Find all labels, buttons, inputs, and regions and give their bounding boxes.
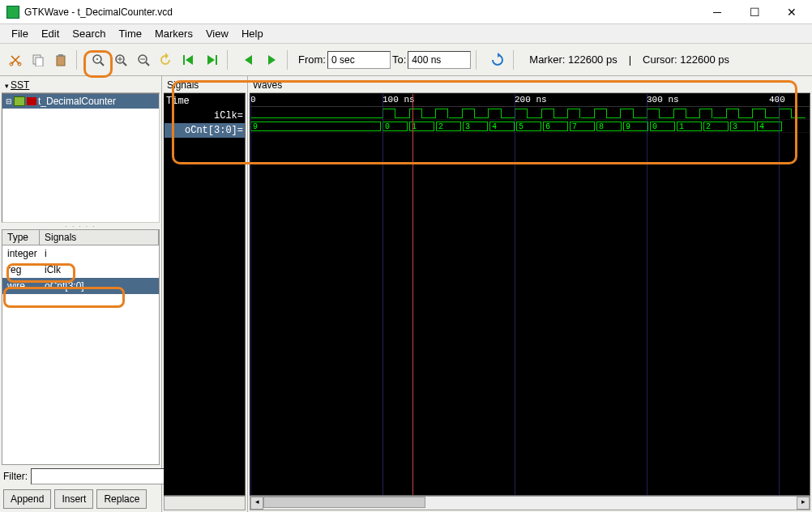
from-input[interactable]: [327, 51, 391, 69]
cursor-status: Cursor: 122600 ps: [638, 53, 734, 66]
ruler-tick: 400: [769, 95, 785, 105]
bus-segment: 9: [623, 122, 648, 131]
bus-segment: 1: [677, 122, 702, 131]
sst-tree[interactable]: ⊟ t_DecimalCounter: [2, 93, 160, 223]
signals-hscroll[interactable]: [164, 496, 246, 510]
gridline: [382, 94, 383, 495]
signal-row[interactable]: wireoCnt[3:0]: [2, 278, 159, 294]
filter-label: Filter:: [3, 471, 28, 482]
toolbar: From: To: Marker: 122600 ps | Cursor: 12…: [0, 44, 812, 76]
svg-rect-5: [58, 54, 63, 57]
signal-list-header: Type Signals: [2, 229, 160, 245]
tree-root-label: t_DecimalCounter: [38, 96, 116, 107]
svg-marker-17: [186, 55, 193, 65]
svg-marker-20: [245, 55, 252, 65]
svg-rect-4: [57, 56, 65, 66]
col-type[interactable]: Type: [2, 230, 40, 245]
bus-segment: 0: [650, 122, 675, 131]
minimize-button[interactable]: ─: [699, 0, 736, 24]
svg-line-7: [100, 62, 104, 66]
svg-point-8: [96, 58, 98, 60]
signal-name-ocnt[interactable]: oCnt[3:0]=: [165, 123, 245, 138]
svg-rect-16: [183, 55, 185, 65]
signal-name-iclk[interactable]: iClk=: [165, 109, 245, 123]
bus-segment: 6: [543, 122, 568, 131]
menu-markers[interactable]: Markers: [148, 25, 199, 42]
maximize-button[interactable]: ☐: [736, 0, 773, 24]
filter-input[interactable]: [31, 468, 169, 484]
sst-title: ▾SST: [2, 78, 160, 93]
marker-line[interactable]: [412, 94, 413, 495]
window-controls: ─ ☐ ✕: [699, 0, 810, 24]
ruler-tick: 100 ns: [382, 95, 415, 105]
ruler-tick: 300 ns: [647, 95, 679, 105]
signals-panel-title: Signals: [164, 78, 246, 93]
bus-segment: 9: [250, 122, 381, 131]
replace-button[interactable]: Replace: [96, 489, 147, 509]
svg-marker-21: [268, 55, 276, 65]
svg-marker-19: [207, 55, 215, 65]
signal-list[interactable]: integeri regiClk wireoCnt[3:0]: [2, 245, 160, 465]
seek-end-icon[interactable]: [201, 49, 222, 70]
wave-ruler: 0100 ns200 ns300 ns400: [250, 94, 810, 107]
next-edge-icon[interactable]: [261, 49, 282, 70]
waves-title: Waves: [250, 78, 810, 93]
from-label: From:: [298, 53, 326, 66]
prev-edge-icon[interactable]: [238, 49, 259, 70]
bus-segment: 2: [703, 122, 729, 131]
signal-row[interactable]: integeri: [2, 245, 159, 262]
wave-row-iclk[interactable]: [250, 107, 810, 120]
scroll-thumb[interactable]: [263, 497, 425, 508]
copy-icon[interactable]: [28, 49, 49, 70]
bus-segment: 3: [730, 122, 755, 131]
menu-view[interactable]: View: [199, 25, 235, 42]
scroll-left-icon[interactable]: ◂: [250, 497, 263, 510]
ruler-tick: 200 ns: [515, 95, 547, 105]
paste-icon[interactable]: [50, 49, 71, 70]
wave-row-ocnt[interactable]: 9012345678901234: [250, 120, 810, 133]
bus-segment: 4: [489, 122, 515, 131]
to-field: To:: [392, 51, 471, 69]
signals-panel[interactable]: Time iClk= oCnt[3:0]=: [164, 93, 246, 496]
gridline: [647, 94, 647, 495]
zoom-in-icon[interactable]: [110, 49, 131, 70]
svg-rect-3: [36, 58, 43, 66]
menu-file[interactable]: File: [5, 25, 35, 42]
bus-segment: 8: [596, 122, 622, 131]
close-button[interactable]: ✕: [773, 0, 810, 24]
status-sep: |: [624, 53, 636, 66]
menu-edit[interactable]: Edit: [35, 25, 66, 42]
svg-rect-18: [216, 55, 217, 65]
seek-start-icon[interactable]: [178, 49, 199, 70]
reload-icon[interactable]: [487, 49, 508, 70]
menu-search[interactable]: Search: [66, 25, 112, 42]
to-label: To:: [392, 53, 406, 66]
gridline: [515, 94, 515, 495]
scroll-right-icon[interactable]: ▸: [797, 497, 810, 510]
svg-line-10: [123, 62, 126, 66]
bus-segment: 3: [463, 122, 488, 131]
svg-line-14: [146, 62, 149, 66]
marker-status: Marker: 122600 ps: [524, 53, 622, 66]
zoom-out-icon[interactable]: [133, 49, 154, 70]
signal-row[interactable]: regiClk: [2, 262, 159, 278]
insert-button[interactable]: Insert: [54, 489, 93, 509]
tree-root-item[interactable]: ⊟ t_DecimalCounter: [2, 94, 159, 109]
bus-segment: 0: [382, 122, 408, 131]
menu-help[interactable]: Help: [235, 25, 270, 42]
zoom-undo-icon[interactable]: [156, 49, 177, 70]
cut-icon[interactable]: [5, 49, 26, 70]
wave-area[interactable]: 0100 ns200 ns300 ns400 9012345678901234: [250, 93, 810, 496]
zoom-fit-icon[interactable]: [88, 49, 109, 70]
splitter-grip[interactable]: · · · · ·: [2, 223, 160, 229]
menu-time[interactable]: Time: [113, 25, 148, 42]
menubar: File Edit Search Time Markers View Help: [0, 24, 812, 44]
to-input[interactable]: [408, 51, 471, 69]
from-field: From:: [298, 51, 391, 69]
gridline: [779, 94, 780, 495]
signal-name-time[interactable]: Time: [165, 94, 245, 109]
gridline: [250, 94, 251, 495]
wave-hscroll[interactable]: ◂ ▸: [250, 496, 810, 510]
col-signals[interactable]: Signals: [40, 230, 159, 245]
append-button[interactable]: Append: [3, 489, 51, 509]
